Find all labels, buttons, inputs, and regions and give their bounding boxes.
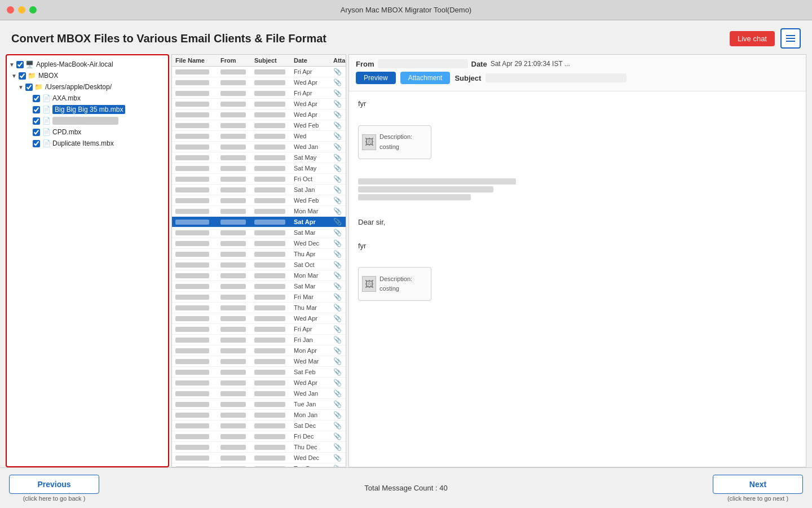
cell-filename [175,348,209,353]
table-row[interactable]: Wed Apr📎 [172,110,346,120]
tree-item-mbox[interactable]: ▼ 📁 MBOX [7,70,168,81]
cell-subject [254,241,285,246]
preview-body: fyr 🖼 Description: costing Dear sir, fyr [349,91,806,467]
minimize-button[interactable] [18,6,25,14]
cell-attachment: 📎 [333,282,346,290]
table-row[interactable]: Fri Oct📎 [172,174,346,185]
table-row[interactable]: Sat Jan📎 [172,185,346,195]
table-row[interactable]: Fri Apr📎 [172,324,346,335]
close-button[interactable] [7,6,14,14]
cell-from [220,209,246,214]
table-row[interactable]: Mon Mar📎 [172,270,346,281]
table-row[interactable]: Thu Apr📎 [172,249,346,260]
cell-date: Sat Dec [294,422,333,429]
cell-attachment: 📎 [333,325,346,333]
table-row[interactable]: Wed Feb📎 [172,120,346,131]
tree-arrow-root: ▼ [9,62,15,68]
cell-from [220,273,246,278]
table-row[interactable]: Sat Mar📎 [172,281,346,292]
cell-filename [175,69,209,75]
preview-button[interactable]: Preview [356,72,396,84]
cell-filename [175,359,209,364]
file-tree-panel[interactable]: ▼ 🖥️ Apples-MacBook-Air.local ▼ 📁 MBOX ▼… [6,54,169,467]
tree-item-bigbig[interactable]: 📄 Big Big Big 35 mb.mbx [7,104,168,115]
col-filename: File Name [175,57,220,64]
tree-checkbox-mbox[interactable] [19,72,26,80]
table-row[interactable]: Wed Apr📎 [172,99,346,110]
cell-subject [254,80,285,85]
main-container: Convert MBOX Files to Various Email Clie… [0,20,812,508]
table-row[interactable]: Wed Dec📎 [172,238,346,249]
tree-item-cpd[interactable]: 📄 CPD.mbx [7,126,168,138]
cell-filename [175,370,209,375]
cell-subject [254,295,285,300]
table-row[interactable]: Fri Jan📎 [172,335,346,345]
preview-buttons-row: Preview Attachment Subject [356,72,799,84]
maximize-button[interactable] [29,6,37,14]
menu-button[interactable] [780,28,801,49]
table-row[interactable]: Mon Jan📎 [172,410,346,421]
table-row[interactable]: Wed Dec📎 [172,453,346,463]
table-row[interactable]: Wed Apr📎 [172,313,346,324]
cell-subject [254,209,285,214]
table-row[interactable]: Fri Apr📎 [172,67,346,77]
table-row[interactable]: Fri Mar📎 [172,292,346,303]
table-row[interactable]: Sat May📎 [172,152,346,163]
table-row[interactable]: Wed📎 [172,131,346,142]
tree-item-unnamed[interactable]: 📄 blurred [7,115,168,126]
col-subject: Subject [254,57,294,64]
cell-date: Fri Oct [294,176,333,182]
table-row[interactable]: Thu Mar📎 [172,303,346,313]
cell-attachment: 📎 [333,78,346,86]
table-row[interactable]: Wed Apr📎 [172,77,346,88]
table-row[interactable]: Sat Mar📎 [172,227,346,238]
table-row[interactable]: Wed Jan📎 [172,142,346,152]
table-row[interactable]: Fri Apr📎 [172,88,346,99]
table-row[interactable]: Fri Dec📎 [172,431,346,442]
table-row[interactable]: Sat Feb📎 [172,367,346,378]
table-row[interactable]: Tue Dec📎 [172,463,346,467]
table-row[interactable]: Sat Dec📎 [172,421,346,431]
table-row[interactable]: Mon Mar📎 [172,206,346,217]
tree-checkbox-path[interactable] [25,84,33,91]
tree-checkbox-duplicate[interactable] [33,140,40,147]
bottom-bar: Previous (click here to go back ) Total … [0,467,812,508]
tree-item-root[interactable]: ▼ 🖥️ Apples-MacBook-Air.local [7,59,168,70]
table-row[interactable]: Tue Jan📎 [172,399,346,410]
tree-checkbox-cpd[interactable] [33,129,40,136]
table-row[interactable]: Sat Oct📎 [172,260,346,270]
cell-subject [254,413,285,418]
tree-checkbox-root[interactable] [16,61,24,68]
attachment-button[interactable]: Attachment [400,72,451,84]
cell-filename [175,284,209,289]
file-list-body[interactable]: Fri Apr📎Wed Apr📎Fri Apr📎Wed Apr📎Wed Apr📎… [172,67,346,467]
tree-checkbox-unnamed[interactable] [33,117,40,125]
cell-from [220,338,246,343]
table-row[interactable]: Sat Apr📎 [172,217,346,227]
tree-item-path[interactable]: ▼ 📁 /Users/apple/Desktop/ [7,81,168,93]
table-row[interactable]: Wed Jan📎 [172,388,346,399]
cell-filename [175,80,209,85]
cell-from [220,434,246,439]
file-icon-unnamed: 📄 [42,116,51,125]
cell-attachment: 📎 [333,347,346,354]
table-row[interactable]: Wed Mar📎 [172,356,346,367]
cell-attachment: 📎 [333,379,346,387]
tree-item-duplicate[interactable]: 📄 Duplicate Items.mbx [7,138,168,149]
cell-attachment: 📎 [333,196,346,204]
table-row[interactable]: Thu Dec📎 [172,442,346,453]
cell-subject [254,391,285,396]
live-chat-button[interactable]: Live chat [730,31,775,46]
cell-filename [175,380,209,386]
table-row[interactable]: Sat May📎 [172,163,346,174]
table-row[interactable]: Mon Apr📎 [172,345,346,356]
tree-item-axa[interactable]: 📄 AXA.mbx [7,93,168,104]
previous-button[interactable]: Previous [9,475,99,494]
tree-checkbox-bigbig[interactable] [33,106,40,113]
cell-from [220,423,246,428]
next-button[interactable]: Next [713,475,803,494]
table-row[interactable]: Wed Feb📎 [172,195,346,206]
cell-date: Wed Apr [294,100,333,107]
tree-checkbox-axa[interactable] [33,95,40,102]
table-row[interactable]: Wed Apr📎 [172,378,346,388]
